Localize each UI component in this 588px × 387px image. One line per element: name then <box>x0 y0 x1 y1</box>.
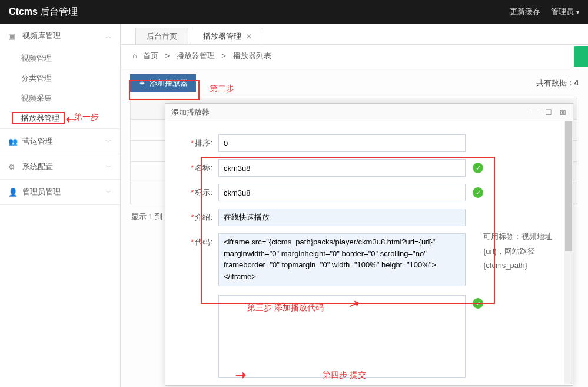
tab-home[interactable]: 后台首页 <box>135 28 188 44</box>
users-icon: 👥 <box>8 137 18 146</box>
maximize-icon[interactable]: ☐ <box>544 108 553 117</box>
brand-bold: Ctcms <box>9 6 38 16</box>
sidebar: ▣ 视频库管理 ︿ 视频管理 分类管理 视频采集 播放器管理 👥 营运管理 ﹀ … <box>0 24 121 387</box>
sidebar-label: 营运管理 <box>22 136 53 147</box>
modal-title-text: 添加播放器 <box>171 107 210 118</box>
tab-label: 播放器管理 <box>203 31 241 42</box>
sidebar-item-collect[interactable]: 视频采集 <box>0 88 120 108</box>
check-ok-icon: ✓ <box>473 187 483 198</box>
scrollbar-thumb[interactable] <box>565 121 572 251</box>
app-logo: Ctcms 后台管理 <box>9 6 78 18</box>
gear-icon: ⚙ <box>8 163 18 171</box>
close-icon[interactable]: ⊠ <box>559 108 567 117</box>
name-input[interactable] <box>218 159 466 177</box>
breadcrumb: ⌂ 首页 > 播放器管理 > 播放器列表 <box>121 45 588 67</box>
breadcrumb-current: 播放器列表 <box>233 51 271 61</box>
chevron-down-icon: ▾ <box>576 9 579 15</box>
add-player-modal: 添加播放器 — ☐ ⊠ *排序: *名称: ✓ *标示: ✓ <box>165 103 573 386</box>
close-icon[interactable]: ✕ <box>246 32 252 41</box>
sidebar-group-operation[interactable]: 👥 营运管理 ﹀ <box>0 129 120 154</box>
sidebar-group-system[interactable]: ⚙ 系统配置 ﹀ <box>0 154 120 179</box>
brand-rest: 后台管理 <box>38 6 78 16</box>
sidebar-item-player-manage[interactable]: 播放器管理 <box>0 108 120 128</box>
home-icon: ⌂ <box>132 51 137 60</box>
tab-player-manage[interactable]: 播放器管理 ✕ <box>192 28 263 44</box>
breadcrumb-home[interactable]: 首页 <box>143 51 158 61</box>
refresh-cache-link[interactable]: 更新缓存 <box>510 6 540 17</box>
tab-bar: 后台首页 播放器管理 ✕ <box>121 24 588 45</box>
row-code-extra <box>165 292 564 383</box>
chevron-up-icon: ︿ <box>105 32 112 41</box>
sidebar-group-video[interactable]: ▣ 视频库管理 ︿ <box>0 24 120 48</box>
green-action-button[interactable] <box>574 46 588 67</box>
modal-titlebar[interactable]: 添加播放器 — ☐ ⊠ <box>165 104 573 121</box>
chevron-down-icon: ﹀ <box>105 188 112 197</box>
sidebar-item-video-manage[interactable]: 视频管理 <box>0 48 120 68</box>
chevron-down-icon: ﹀ <box>105 137 112 146</box>
row-name: *名称: ✓ <box>165 156 564 180</box>
check-ok-icon: ✓ <box>473 163 483 173</box>
sidebar-label: 管理员管理 <box>22 187 61 197</box>
toolbar: ＋ 添加播放器 共有数据：4 <box>121 67 588 98</box>
admin-menu[interactable]: 管理员▾ <box>551 6 579 17</box>
plus-icon: ＋ <box>138 78 146 88</box>
intro-input[interactable] <box>218 209 466 226</box>
camera-icon: ▣ <box>8 32 18 41</box>
row-code: *代码: <iframe src="{ctcms_path}packs/play… <box>165 230 564 292</box>
add-player-button[interactable]: ＋ 添加播放器 <box>130 74 196 92</box>
code-hint-text: 可用标签：视频地址 {url}，网站路径 {ctcms_path} <box>483 230 554 273</box>
breadcrumb-section[interactable]: 播放器管理 <box>177 51 215 61</box>
code-extra-textarea[interactable] <box>218 295 466 378</box>
add-label: 添加播放器 <box>150 78 188 88</box>
sign-input[interactable] <box>218 184 466 201</box>
chevron-down-icon: ﹀ <box>105 163 112 171</box>
person-icon: 👤 <box>8 188 18 197</box>
sort-input[interactable] <box>218 134 466 152</box>
modal-body: *排序: *名称: ✓ *标示: ✓ *介绍: *代码: <box>165 121 564 385</box>
minimize-icon[interactable]: — <box>530 108 539 117</box>
total-count: 共有数据：4 <box>536 78 579 88</box>
row-intro: *介绍: <box>165 205 564 230</box>
row-sign: *标示: ✓ <box>165 180 564 205</box>
sidebar-group-admins[interactable]: 👤 管理员管理 ﹀ <box>0 180 120 204</box>
app-header: Ctcms 后台管理 更新缓存 管理员▾ <box>0 0 588 24</box>
row-sort: *排序: <box>165 131 564 156</box>
sidebar-item-category[interactable]: 分类管理 <box>0 68 120 88</box>
sidebar-label: 视频库管理 <box>22 31 61 41</box>
modal-scrollbar[interactable] <box>564 121 573 384</box>
code-textarea[interactable]: <iframe src="{ctcms_path}packs/player/ck… <box>218 233 466 286</box>
sidebar-label: 系统配置 <box>22 161 53 172</box>
